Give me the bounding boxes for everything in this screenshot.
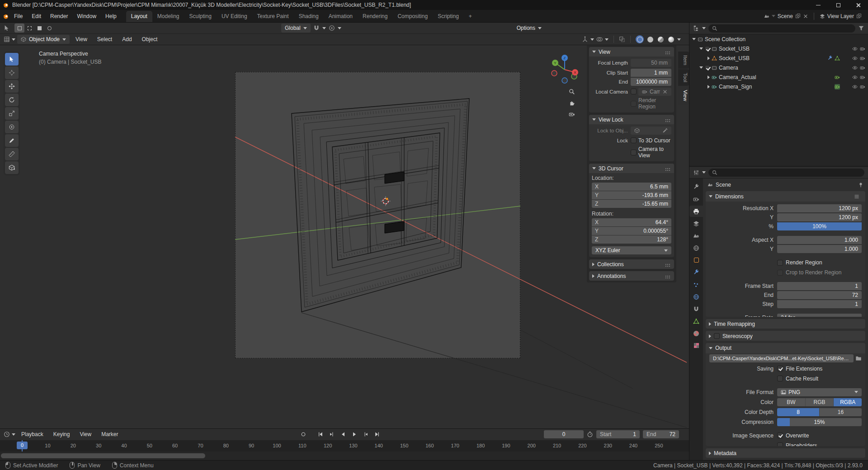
options-dropdown[interactable]: Options [513,24,545,33]
mesh-data-icon[interactable] [835,56,840,61]
tab-world[interactable] [689,242,703,254]
select-mode-intersect-button[interactable] [44,24,54,33]
eyedropper-icon[interactable] [662,128,668,133]
folder-browse-icon[interactable] [855,355,862,362]
tab-render[interactable] [689,193,703,205]
tab-object-data[interactable] [689,315,703,327]
menu-file[interactable]: File [10,11,27,21]
clear-icon[interactable] [662,89,668,94]
tab-material[interactable] [689,328,703,339]
local-camera-field[interactable]: Cam... [638,88,671,96]
view-layer-selector[interactable]: View Layer [820,13,862,19]
disable-render-icon[interactable] [860,56,865,61]
aspect-x-field[interactable]: 1.000 [777,236,862,244]
outliner-row-socket-usb-collection[interactable]: Socket_USB [689,44,868,53]
dimensions-header[interactable]: Dimensions [706,191,865,202]
snap-magnet-icon[interactable] [313,25,320,31]
outliner-row-camera-sign[interactable]: Camera_Sign [689,82,868,91]
resolution-pct-slider[interactable]: 100% [777,222,862,230]
outliner-search-input[interactable] [708,24,855,33]
camera-data-icon[interactable] [835,75,840,80]
shading-wireframe-button[interactable] [636,35,644,43]
annotate-tool[interactable] [5,134,19,147]
outliner-editor-caret[interactable] [702,27,706,29]
properties-search-input[interactable] [708,169,864,177]
show-gizmo-icon[interactable] [582,36,588,42]
properties-editor-icon[interactable] [693,169,699,176]
transform-orientation-dropdown[interactable]: Global [281,24,311,33]
select-box-tool[interactable] [5,53,19,66]
modifier-icon[interactable] [827,56,833,61]
workspace-tab-shading[interactable]: Shading [294,11,324,22]
disable-render-icon[interactable] [860,75,865,80]
overwrite-checkbox[interactable] [777,432,783,438]
timeline-menu-marker[interactable]: Marker [97,429,122,439]
workspace-tab-compositing[interactable]: Compositing [392,11,433,22]
workspace-tab-texture-paint[interactable]: Texture Paint [252,11,294,22]
workspace-tab-scripting[interactable]: Scripting [433,11,464,22]
viewport-menu-view[interactable]: View [71,34,91,44]
active-camera-data-icon[interactable] [835,84,840,89]
minimize-button[interactable] [808,0,828,10]
depth-8-button[interactable]: 8 [777,408,820,416]
outliner-row-camera-collection[interactable]: Camera [689,63,868,72]
rotation-order-dropdown[interactable]: XYZ Euler [592,246,671,254]
cursor-section-header[interactable]: 3D Cursor [589,164,674,173]
nav-gizmo[interactable]: Z X Y [549,53,580,85]
viewport-menu-select[interactable]: Select [93,34,116,44]
new-scene-icon[interactable] [795,14,801,19]
timeline-ruler[interactable]: 0102030405060708090100110120130140150160… [0,440,689,452]
tab-scene[interactable] [689,230,703,241]
tab-physics[interactable] [689,291,703,302]
blender-menu-logo[interactable] [3,13,9,19]
new-view-layer-icon[interactable] [856,14,862,19]
move-tool[interactable] [5,80,19,93]
cursor-rot-x-field[interactable]: X64.4° [592,218,671,226]
viewport-canvas[interactable] [0,45,689,428]
cursor-rot-y-field[interactable]: Y0.000055° [592,227,671,235]
proportional-caret[interactable] [338,27,341,29]
hide-eye-icon[interactable] [852,56,858,61]
placeholders-checkbox[interactable] [777,442,783,446]
presets-menu-icon[interactable] [854,194,859,199]
frame-end-field[interactable]: 72 [777,291,862,299]
jump-to-start-button[interactable] [316,430,326,439]
output-path-field[interactable]: D:\CPM-Casper\YandexDisk\CPM...et-Key\So… [709,354,854,362]
view-section-header[interactable]: View [589,47,674,56]
maximize-button[interactable] [828,0,848,10]
active-tool-icon[interactable] [4,25,10,31]
shading-rendered-button[interactable] [667,35,675,43]
hide-eye-icon[interactable] [852,84,858,89]
tab-tool[interactable]: Tool [678,69,689,86]
use-preview-range-icon[interactable] [587,431,593,437]
local-camera-checkbox[interactable] [631,89,637,94]
workspace-tab-rendering[interactable]: Rendering [358,11,392,22]
scale-tool[interactable] [5,107,19,120]
transform-tool[interactable] [5,121,19,133]
collection-exclude-checkbox[interactable] [705,46,710,51]
outliner-row-camera-actual[interactable]: Camera_Actual [689,72,868,82]
snap-caret[interactable] [322,27,326,29]
tab-view[interactable]: View [678,86,689,105]
workspace-tab-animation[interactable]: Animation [324,11,358,22]
camera-view-icon[interactable] [569,111,575,118]
play-reverse-button[interactable] [338,430,348,439]
collection-exclude-checkbox[interactable] [705,65,710,70]
select-mode-subtract-button[interactable] [34,24,44,33]
frame-end-field[interactable]: End72 [643,430,679,438]
depth-16-button[interactable]: 16 [820,408,862,416]
shading-material-button[interactable] [656,35,665,43]
close-button[interactable] [848,0,868,10]
pin-icon[interactable] [858,182,863,188]
timeline-scroll-thumb[interactable] [1,453,205,458]
workspace-tab-sculpting[interactable]: Sculpting [184,11,217,22]
current-frame-field[interactable]: 0 [544,430,584,438]
tab-output[interactable] [689,206,703,217]
next-keyframe-button[interactable] [361,430,371,439]
outliner-editor-icon[interactable] [693,25,699,32]
editor-type-caret[interactable] [12,38,15,41]
timeline-editor-caret[interactable] [12,433,15,436]
crop-region-checkbox[interactable] [777,270,783,276]
workspace-tab-modeling[interactable]: Modeling [152,11,184,22]
gizmo-caret[interactable] [590,38,594,41]
